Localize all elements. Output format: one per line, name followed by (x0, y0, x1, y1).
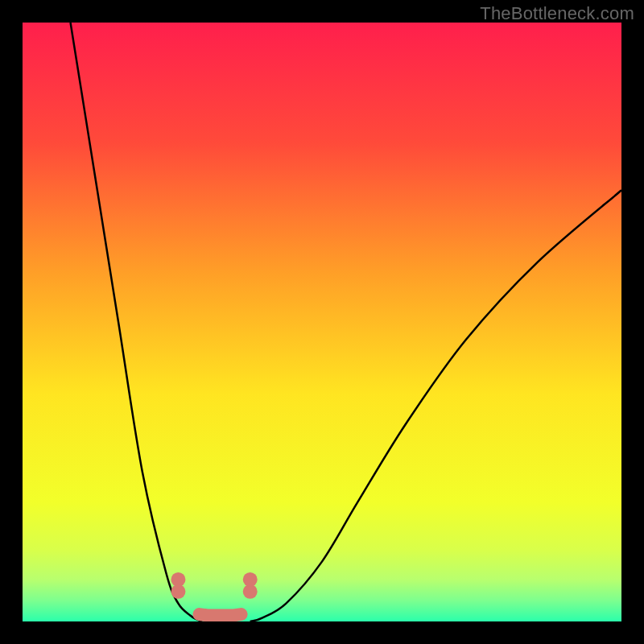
plot-area (23, 23, 621, 621)
marker-flat (199, 614, 241, 615)
watermark-text: TheBottleneck.com (480, 3, 634, 24)
gradient-background (23, 23, 621, 621)
bottleneck-curve-chart (23, 23, 621, 621)
chart-container: TheBottleneck.com (0, 0, 644, 644)
marker-dot (171, 584, 185, 599)
marker-dot (243, 572, 258, 587)
